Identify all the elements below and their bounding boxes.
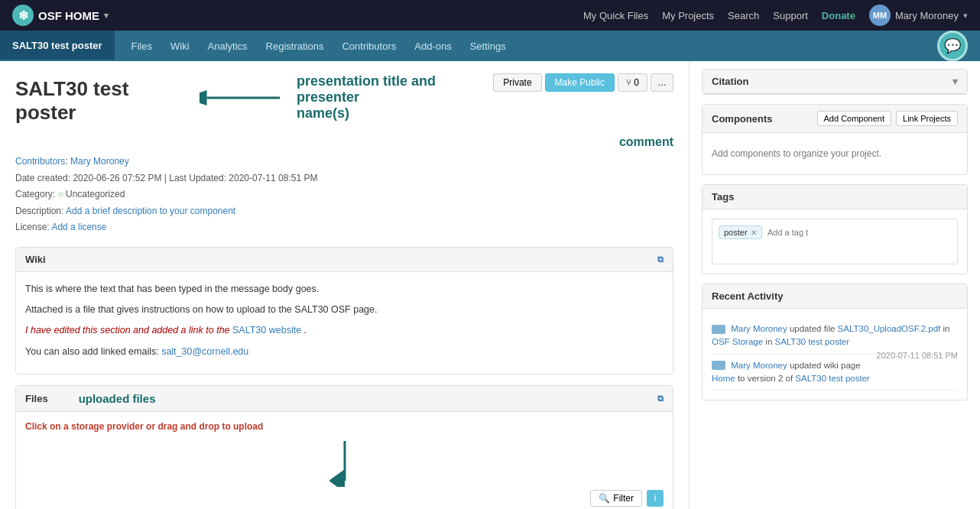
components-buttons: Add Component Link Projects (817, 111, 958, 126)
btn-fork[interactable]: ⑂ 0 (618, 73, 647, 92)
action-buttons: Private Make Public ⑂ 0 … (493, 73, 673, 92)
user-name: Mary Moroney (895, 10, 959, 21)
files-section: Files uploaded files ⧉ Click on a storag… (15, 385, 673, 509)
wiki-email-link[interactable]: salt_30@cornell.edu (161, 346, 248, 357)
files-uploaded-label: uploaded files (79, 392, 156, 405)
btn-make-public[interactable]: Make Public (545, 73, 615, 92)
activity-icon (712, 361, 725, 370)
chat-button[interactable]: 💬 (937, 31, 968, 61)
activity-time: 2020-07-11 08:51 PM (877, 349, 958, 362)
annotation-line2: name(s) (297, 105, 493, 122)
description-value[interactable]: Add a brief description to your componen… (66, 206, 235, 216)
citation-title: Citation (712, 76, 748, 87)
components-header: Components Add Component Link Projects (703, 105, 967, 133)
category-icon: ○ (57, 189, 63, 199)
logo[interactable]: ❄ OSF HOME ▾ (12, 5, 109, 26)
components-title: Components (712, 113, 772, 125)
activity-connector: in (765, 337, 774, 346)
components-section: Components Add Component Link Projects A… (702, 104, 968, 175)
btn-more[interactable]: … (651, 73, 673, 92)
files-body: Click on a storage provider or drag and … (16, 412, 673, 509)
nav-support[interactable]: Support (773, 10, 808, 21)
user-avatar: MM (869, 5, 891, 26)
files-header: Files uploaded files ⧉ (16, 386, 673, 412)
components-body: Add components to organize your project. (703, 133, 967, 174)
tag-remove-icon[interactable]: ✕ (751, 229, 757, 237)
contributor-name[interactable]: Mary Moroney (70, 156, 129, 167)
nav-my-quick-files[interactable]: My Quick Files (583, 10, 648, 21)
files-external-link-icon[interactable]: ⧉ (657, 394, 664, 404)
activity-action: updated file (790, 324, 838, 333)
activity-project[interactable]: SALT30 test poster (774, 337, 849, 346)
files-down-arrow (25, 438, 664, 490)
tab-analytics[interactable]: Analytics (199, 31, 257, 60)
tab-addons[interactable]: Add-ons (405, 31, 460, 60)
nav-my-projects[interactable]: My Projects (662, 10, 714, 21)
tags-area[interactable]: poster ✕ Add a tag t (712, 219, 958, 264)
nav-donate[interactable]: Donate (822, 10, 855, 21)
info-button[interactable]: i (647, 490, 664, 507)
btn-private[interactable]: Private (493, 73, 541, 92)
recent-activity-section: Recent Activity Mary Moroney updated fil… (702, 284, 968, 400)
comment-label: comment (15, 135, 673, 149)
logo-icon: ❄ (12, 5, 34, 26)
wiki-line1: This is where the text that has been typ… (25, 281, 664, 297)
category-label: Category: (15, 189, 55, 199)
activity-prep: in (943, 324, 949, 333)
wiki-title: Wiki (25, 254, 46, 265)
tab-wiki[interactable]: Wiki (161, 31, 199, 60)
citation-header: Citation ▾ (703, 70, 967, 94)
project-metadata: Contributors: Mary Moroney Date created:… (15, 154, 673, 236)
activity-action2: updated wiki page (790, 361, 861, 370)
logo-dropdown-icon[interactable]: ▾ (104, 11, 109, 21)
tag-add-input[interactable]: Add a tag t (767, 228, 808, 237)
annotation-line1: presentation title and presenter (297, 73, 493, 105)
project-title: SALT30 test poster (15, 77, 187, 125)
wiki-line2: Attached is a file that gives instructio… (25, 302, 664, 318)
wiki-external-link-icon[interactable]: ⧉ (657, 254, 664, 264)
description-label: Description: (15, 206, 63, 216)
wiki-section: Wiki ⧉ This is where the text that has b… (15, 247, 673, 374)
activity-user[interactable]: Mary Moroney (731, 324, 787, 333)
files-filter-bar: 🔍 Filter i (25, 490, 664, 507)
tab-files[interactable]: Files (122, 31, 161, 60)
files-hint: Click on a storage provider or drag and … (25, 421, 664, 432)
tags-header: Tags (703, 185, 967, 209)
activity-file2[interactable]: Home (712, 374, 735, 383)
nav-search[interactable]: Search (728, 10, 759, 21)
top-nav-links: My Quick Files My Projects Search Suppor… (583, 5, 968, 26)
activity-icon (712, 325, 725, 334)
tags-body: poster ✕ Add a tag t (703, 209, 967, 274)
tab-registrations[interactable]: Registrations (257, 31, 333, 60)
tab-settings[interactable]: Settings (461, 31, 515, 60)
license-value[interactable]: Add a license (51, 222, 106, 232)
annotation-arrow (200, 83, 287, 113)
contributors-label: Contributors (15, 156, 65, 167)
wiki-salt30-link[interactable]: SALT30 website (232, 325, 301, 336)
filter-button[interactable]: 🔍 Filter (590, 490, 642, 507)
citation-collapse-icon[interactable]: ▾ (952, 76, 958, 87)
project-tab[interactable]: SALT30 test poster (0, 31, 115, 60)
components-empty: Add components to organize your project. (712, 142, 958, 165)
down-arrow-svg (329, 441, 360, 487)
license-label: License: (15, 222, 50, 232)
activity-location2[interactable]: SALT30 test poster (795, 374, 870, 383)
wiki-line3-suffix: . (304, 325, 307, 336)
activity-location[interactable]: OSF Storage (712, 337, 763, 346)
user-dropdown-icon[interactable]: ▾ (963, 11, 968, 21)
top-navbar: ❄ OSF HOME ▾ My Quick Files My Projects … (0, 0, 980, 31)
tab-contributors[interactable]: Contributors (333, 31, 405, 60)
project-tab-label: SALT30 test poster (12, 40, 102, 51)
user-menu[interactable]: MM Mary Moroney ▾ (869, 5, 968, 26)
activity-file[interactable]: SALT30_UploadOSF.2.pdf (838, 324, 941, 333)
activity-prep2: to version 2 of (738, 374, 793, 383)
last-updated: Last Updated: 2020-07-11 08:51 PM (169, 173, 317, 183)
tags-title: Tags (712, 191, 734, 203)
category-value: Uncategorized (66, 189, 125, 199)
add-component-button[interactable]: Add Component (817, 111, 892, 126)
link-projects-button[interactable]: Link Projects (896, 111, 958, 126)
files-title: Files (25, 393, 48, 404)
tag-label: poster (724, 228, 748, 237)
activity-user2[interactable]: Mary Moroney (731, 361, 787, 370)
recent-activity-header: Recent Activity (703, 284, 967, 309)
